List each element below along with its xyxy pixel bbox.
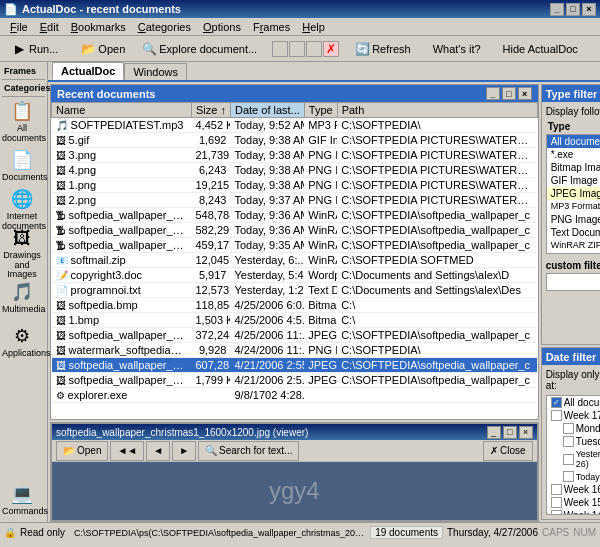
date-item-week15[interactable]: Week 15 (10 - 16) — [547, 496, 600, 509]
run-button[interactable]: ▶ Run... — [4, 38, 65, 60]
table-row[interactable]: 🖼 1.bmp 1,503 K 4/25/2006 4:5... Bitmap … — [52, 313, 538, 328]
menu-frames[interactable]: Frames — [247, 20, 296, 34]
viewer-close-button[interactable]: × — [519, 426, 533, 439]
type-item-png[interactable]: PNG Image (*.png) 5 — [547, 213, 600, 226]
date-filter-header: Date filter _ × — [542, 348, 600, 365]
table-row[interactable]: 🖼 watermark_softpedia_big.jpg 9,928 4/24… — [52, 343, 538, 358]
custom-filter-input[interactable] — [546, 273, 600, 291]
panel-maximize-button[interactable]: □ — [502, 87, 516, 100]
hide-button[interactable]: Hide ActualDoc — [496, 38, 585, 60]
sidebar-item-label-apps: Applications — [2, 349, 42, 359]
viewer-nav-p-button[interactable]: ◄ — [146, 441, 170, 461]
date-item-tuesday[interactable]: Tuesday, 25 — [547, 435, 600, 448]
col-path[interactable]: Path — [337, 103, 537, 118]
table-row[interactable]: 🖼 softpedia_wallpaper_1_1024x768.jpg 372… — [52, 328, 538, 343]
viewer-minimize-button[interactable]: _ — [487, 426, 501, 439]
tab-actualdoc[interactable]: ActualDoc — [52, 62, 124, 80]
menu-file[interactable]: File — [4, 20, 34, 34]
tab-windows[interactable]: Windows — [124, 63, 187, 80]
type-item-doc[interactable]: Wordpad Document (*.doc) 1 — [547, 252, 600, 254]
type-item-gif[interactable]: GIF Image (*.gif) 1 — [547, 174, 600, 187]
type-list[interactable]: All documents 19 *.exe 2 Bitmap Image (*… — [546, 134, 600, 254]
col-date[interactable]: Date of last... — [230, 103, 304, 118]
col-type[interactable]: Type — [304, 103, 337, 118]
date-checkbox-week14[interactable] — [551, 510, 562, 515]
date-checkbox-monday[interactable] — [563, 423, 574, 434]
type-item-mp3[interactable]: MP3 Format Sound (*.mp3) 1 — [547, 200, 600, 213]
menu-help[interactable]: Help — [296, 20, 331, 34]
file-type: PNG Image — [304, 193, 337, 208]
toolbar-icon-new[interactable] — [272, 41, 288, 57]
table-row[interactable]: 🖼 3.png 21,739 Today, 9:38 AM PNG Image … — [52, 148, 538, 163]
date-item-today[interactable]: Today (Thursday, 27) — [547, 470, 600, 483]
menu-options[interactable]: Options — [197, 20, 247, 34]
date-item-week17[interactable]: Week 17 (24 - 30) — [547, 409, 600, 422]
sidebar-item-drawings[interactable]: 🖼 Drawings and Images — [0, 232, 44, 276]
upgrade-button[interactable]: Upgrade to ActualDoc p... — [593, 38, 600, 60]
date-item-yesterday[interactable]: Yesterday (Wednesday, 26) — [547, 448, 600, 470]
viewer-nav-n-button[interactable]: ► — [172, 441, 196, 461]
table-row[interactable]: 🖼 softpedia.bmp 118,854 4/25/2006 6:0...… — [52, 298, 538, 313]
table-row[interactable]: 📧 softmail.zip 12,045 Yesterday, 6:... W… — [52, 253, 538, 268]
table-row[interactable]: 🖼 softpedia_wallpaper_christmas1_16... 6… — [52, 358, 538, 373]
refresh-button[interactable]: 🔄 Refresh — [347, 38, 418, 60]
date-item-monday[interactable]: Monday, 24 — [547, 422, 600, 435]
table-row[interactable]: 🗜 softpedia_wallpaper_1_1280x1024... 548… — [52, 208, 538, 223]
sidebar-item-commands[interactable]: 💻 Commands — [0, 478, 44, 522]
table-row[interactable]: 🖼 1.png 19,215 Today, 9:38 AM PNG Image … — [52, 178, 538, 193]
whatsit-button[interactable]: What's it? — [426, 38, 488, 60]
table-row[interactable]: 🗜 softpedia_wallpaper_2_1024x768.jpg 582… — [52, 223, 538, 238]
explore-button[interactable]: 🔍 Explore document... — [134, 38, 264, 60]
close-button[interactable]: × — [582, 3, 596, 16]
sidebar-item-multimedia[interactable]: 🎵 Multimedia — [0, 276, 44, 320]
date-item-all[interactable]: ✓ All documents — [547, 396, 600, 409]
open-button[interactable]: 📂 Open — [73, 38, 132, 60]
menu-edit[interactable]: Edit — [34, 20, 65, 34]
panel-close-button[interactable]: × — [518, 87, 532, 100]
date-checkbox-tuesday[interactable] — [563, 436, 574, 447]
date-checkbox-all[interactable]: ✓ — [551, 397, 562, 408]
toolbar-icon-x[interactable]: ✗ — [323, 41, 339, 57]
table-row[interactable]: 🖼 4.png 6,243 Today, 9:38 AM PNG Image C… — [52, 163, 538, 178]
date-list[interactable]: ✓ All documents Week 17 (24 - 30) Monday… — [546, 395, 600, 515]
col-size[interactable]: Size ↑ — [192, 103, 231, 118]
menu-bookmarks[interactable]: Bookmarks — [65, 20, 132, 34]
viewer-open-button[interactable]: 📂 Open — [56, 441, 108, 461]
date-checkbox-today[interactable] — [563, 471, 574, 482]
table-row[interactable]: ⚙ explorer.exe 9/8/1702 4:28... — [52, 388, 538, 403]
date-item-week14[interactable]: Week 14 (3 - 9) — [547, 509, 600, 515]
type-item-zip[interactable]: WinRAR ZIP archive (*.zip) 1 — [547, 239, 600, 252]
toolbar-icon-delete[interactable] — [306, 41, 322, 57]
type-item-jpg[interactable]: JPEG Image (*.jpg) 6 — [547, 187, 600, 200]
table-row[interactable]: 🖼 5.gif 1,692 Today, 9:38 AM GIF Image C… — [52, 133, 538, 148]
table-row[interactable]: 📝 copyright3.doc 5,917 Yesterday, 5:4...… — [52, 268, 538, 283]
date-checkbox-week15[interactable] — [551, 497, 562, 508]
sidebar-item-documents[interactable]: 📄 Documents — [0, 144, 44, 188]
maximize-button[interactable]: □ — [566, 3, 580, 16]
sidebar-item-applications[interactable]: ⚙ Applications — [0, 320, 44, 364]
table-row[interactable]: 🖼 2.png 8,243 Today, 9:37 AM PNG Image C… — [52, 193, 538, 208]
type-item-bmp[interactable]: Bitmap Image (*.bmp) 2 — [547, 161, 600, 174]
viewer-maximize-button[interactable]: □ — [503, 426, 517, 439]
type-item-exe[interactable]: *.exe 2 — [547, 148, 600, 161]
table-row[interactable]: 📄 programnoi.txt 12,573 Yesterday, 1:2..… — [52, 283, 538, 298]
date-item-week16[interactable]: Week 16 (17 - 23) — [547, 483, 600, 496]
table-row[interactable]: 🎵 SOFTPEDIATEST.mp3 4,452 K Today, 9:52 … — [52, 118, 538, 133]
sidebar-item-all-documents[interactable]: 📋 All documents — [0, 100, 44, 144]
viewer-search-button[interactable]: 🔍 Search for text... — [198, 441, 299, 461]
col-name[interactable]: Name — [52, 103, 192, 118]
panel-minimize-button[interactable]: _ — [486, 87, 500, 100]
type-item-all[interactable]: All documents 19 — [547, 135, 600, 148]
table-row[interactable]: 🖼 softpedia_wallpaper_2_1600x1200... 1,7… — [52, 373, 538, 388]
toolbar-icon-save[interactable] — [289, 41, 305, 57]
table-row[interactable]: 🗜 softpedia_wallpaper_1_1152x864.jpg 459… — [52, 238, 538, 253]
sidebar-item-internet[interactable]: 🌐 Internet documents — [0, 188, 44, 232]
minimize-button[interactable]: _ — [550, 3, 564, 16]
date-checkbox-week16[interactable] — [551, 484, 562, 495]
viewer-close-btn[interactable]: ✗ Close — [483, 441, 533, 461]
date-checkbox-yesterday[interactable] — [563, 454, 574, 465]
type-item-txt[interactable]: Text Document (*.txt) 1 — [547, 226, 600, 239]
date-checkbox-week17[interactable] — [551, 410, 562, 421]
menu-categories[interactable]: Categories — [132, 20, 197, 34]
viewer-nav-prev-button[interactable]: ◄◄ — [110, 441, 144, 461]
